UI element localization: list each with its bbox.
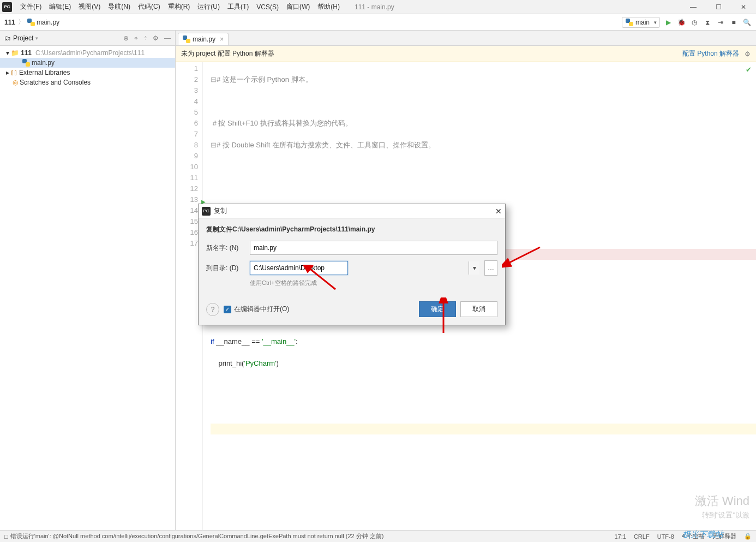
menu-help[interactable]: 帮助(H) [314, 2, 344, 11]
search-everywhere-button[interactable]: 🔍 [742, 17, 752, 27]
debug-button[interactable]: 🐞 [676, 17, 686, 27]
caret-position[interactable]: 17:1 [614, 533, 626, 540]
browse-directory-button[interactable]: … [484, 260, 497, 276]
chevron-down-icon: ▾ [6, 49, 9, 57]
new-name-input[interactable] [250, 241, 497, 255]
menu-run[interactable]: 运行(U) [194, 2, 224, 11]
expand-icon[interactable]: ⌖ [134, 34, 138, 42]
python-file-icon [27, 19, 35, 26]
editor-tab-main[interactable]: main.py × [178, 33, 229, 45]
tree-root-path: C:\Users\admin\PycharmProjects\111 [35, 49, 145, 57]
navigation-bar: 111 〉 main.py main ▶ 🐞 ◷ ⧗ ⇥ ■ 🔍 [0, 14, 756, 31]
python-icon [626, 19, 633, 26]
stop-button[interactable]: ■ [729, 17, 739, 27]
status-message[interactable]: 错误运行'main': @NotNull method com/intellij… [10, 532, 384, 540]
directory-history-dropdown[interactable]: ▾ [469, 261, 479, 275]
new-name-label: 新名字: (N) [206, 243, 245, 253]
project-tree[interactable]: ▾ 📁 111 C:\Users\admin\PycharmProjects\1… [0, 46, 175, 90]
close-tab-button[interactable]: × [220, 35, 224, 43]
profile-button[interactable]: ⧗ [703, 17, 712, 27]
window-close-button[interactable]: ✕ [731, 0, 756, 14]
line-separator[interactable]: CRLF [634, 533, 650, 540]
tree-file-label: main.py [32, 59, 55, 67]
menu-window[interactable]: 窗口(W) [283, 2, 314, 11]
banner-settings-icon[interactable]: ⚙ [745, 50, 751, 58]
external-libraries-label: External Libraries [19, 69, 70, 76]
interpreter-warning-banner: 未为 project 配置 Python 解释器 配置 Python 解释器 ⚙ [176, 46, 756, 62]
run-config-selector[interactable]: main [622, 17, 660, 28]
add-icon[interactable]: ⊕ [123, 34, 129, 42]
python-file-icon [22, 59, 30, 67]
to-directory-input[interactable] [250, 261, 348, 275]
breadcrumb-file[interactable]: main.py [27, 19, 59, 26]
coverage-button[interactable]: ◷ [689, 17, 699, 27]
menu-refactor[interactable]: 重构(R) [164, 2, 194, 11]
hide-icon[interactable]: — [164, 34, 171, 42]
library-icon: ⫿⫿ [11, 69, 17, 76]
tree-root-name: 111 [21, 49, 32, 57]
menu-navigate[interactable]: 导航(N) [104, 2, 134, 11]
menu-tools[interactable]: 工具(T) [224, 2, 253, 11]
ok-button[interactable]: 确定 [419, 301, 456, 317]
attach-button[interactable]: ⇥ [716, 17, 725, 27]
tree-file-main[interactable]: main.py [0, 58, 175, 68]
path-completion-hint: 使用Ctrl+空格的路径完成 [250, 279, 497, 287]
file-encoding[interactable]: UTF-8 [657, 533, 674, 540]
editor-tabs: main.py × [176, 31, 756, 46]
window-title: 111 - main.py [355, 3, 394, 11]
watermark-text: 激活 Wind [695, 493, 749, 509]
dialog-close-button[interactable]: ✕ [495, 207, 502, 216]
help-button[interactable]: ? [206, 303, 219, 316]
status-icon[interactable]: □ [4, 533, 8, 540]
app-icon: PC [2, 2, 12, 12]
settings-icon[interactable]: ⚙ [153, 34, 159, 42]
menu-code[interactable]: 代码(C) [134, 2, 164, 11]
status-bar: □ 错误运行'main': @NotNull method com/intell… [0, 530, 756, 542]
open-in-editor-label: 在编辑器中打开(O) [234, 305, 289, 314]
menu-bar: PC 文件(F) 编辑(E) 视图(V) 导航(N) 代码(C) 重构(R) 运… [0, 0, 756, 14]
scratches-label: Scratches and Consoles [20, 79, 91, 86]
dialog-heading: 复制文件C:\Users\admin\PycharmProjects\111\m… [206, 225, 497, 234]
dialog-titlebar[interactable]: PC 复制 ✕ [199, 204, 505, 218]
menu-vcs[interactable]: VCS(S) [253, 3, 283, 11]
run-button[interactable]: ▶ [663, 17, 673, 27]
tree-root[interactable]: ▾ 📁 111 C:\Users\admin\PycharmProjects\1… [0, 48, 175, 58]
run-config-label: main [635, 19, 650, 26]
readonly-lock-icon[interactable]: 🔒 [744, 533, 752, 540]
scratches-icon: ◎ [13, 79, 18, 86]
folder-icon: 📁 [11, 49, 19, 57]
editor-tab-label: main.py [193, 35, 215, 43]
tree-scratches[interactable]: ◎ Scratches and Consoles [0, 78, 175, 87]
window-minimize-button[interactable]: — [681, 0, 706, 14]
chevron-right-icon: ▸ [6, 69, 9, 76]
menu-file[interactable]: 文件(F) [16, 2, 45, 11]
project-view-icon: 🗂 [4, 34, 11, 42]
tree-external-libraries[interactable]: ▸ ⫿⫿ External Libraries [0, 68, 175, 78]
dialog-app-icon: PC [202, 207, 211, 216]
copy-dialog: PC 复制 ✕ 复制文件C:\Users\admin\PycharmProjec… [198, 204, 506, 325]
window-maximize-button[interactable]: ☐ [706, 0, 731, 14]
watermark-text: 极光下载站 [682, 529, 723, 540]
dialog-title-label: 复制 [214, 206, 227, 216]
breadcrumb-separator-icon: 〉 [18, 17, 25, 27]
python-file-icon [183, 35, 190, 43]
menu-view[interactable]: 视图(V) [75, 2, 104, 11]
cancel-button[interactable]: 取消 [460, 301, 497, 317]
open-in-editor-checkbox[interactable]: ✓ 在编辑器中打开(O) [224, 305, 289, 314]
configure-interpreter-link[interactable]: 配置 Python 解释器 [682, 49, 739, 58]
inspection-ok-icon[interactable]: ✔ [746, 65, 752, 74]
watermark-text: 转到"设置"以激 [702, 510, 749, 520]
breadcrumb-file-label: main.py [37, 19, 59, 26]
banner-text: 未为 project 配置 Python 解释器 [181, 49, 274, 58]
breadcrumb-project[interactable]: 111 [4, 19, 15, 26]
collapse-icon[interactable]: ÷ [143, 34, 147, 42]
to-directory-label: 到目录: (D) [206, 264, 245, 273]
project-tool-window: 🗂 Project ⊕ ⌖ ÷ ⚙ — ▾ 📁 111 C:\Users\adm… [0, 31, 176, 530]
menu-edit[interactable]: 编辑(E) [45, 2, 75, 11]
project-view-selector[interactable]: Project [13, 34, 38, 42]
checkbox-checked-icon: ✓ [224, 306, 231, 313]
